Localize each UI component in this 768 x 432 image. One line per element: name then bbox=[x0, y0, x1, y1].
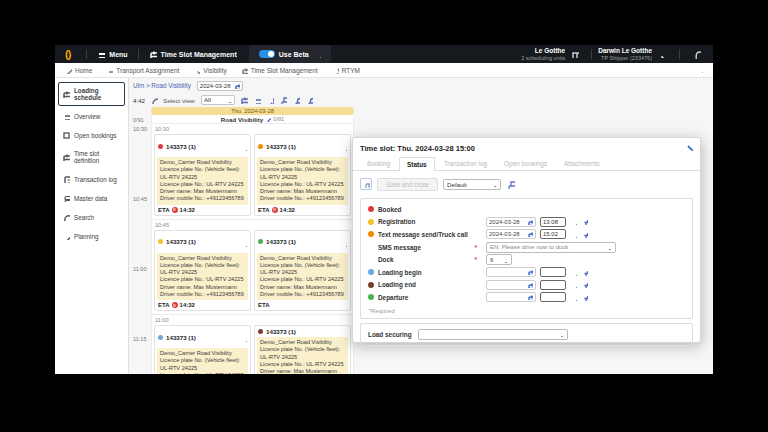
lock-icon[interactable] bbox=[292, 96, 300, 104]
sidebar-item-transaction-log[interactable]: Transaction log bbox=[58, 170, 125, 188]
breadcrumb-item[interactable]: Time Slot Management bbox=[241, 67, 318, 74]
template-select[interactable]: Default bbox=[443, 179, 501, 190]
date-input[interactable]: 2024-03-28 bbox=[486, 229, 536, 239]
load-securing-select[interactable] bbox=[418, 329, 568, 340]
breadcrumb-item[interactable]: Visibility bbox=[193, 67, 226, 74]
delete-icon[interactable] bbox=[581, 231, 588, 238]
use-beta-toggle[interactable] bbox=[259, 50, 275, 58]
sidebar-item-open-bookings[interactable]: Open bookings bbox=[58, 126, 125, 144]
time-input[interactable] bbox=[540, 267, 566, 277]
date-input[interactable]: 2024-03-28 bbox=[197, 81, 243, 91]
row-actions bbox=[570, 231, 588, 238]
tab-status[interactable]: Status bbox=[399, 157, 435, 171]
download-icon[interactable] bbox=[266, 96, 274, 104]
chevron-down-icon[interactable] bbox=[658, 51, 665, 58]
booking-card[interactable]: 143373 (1) Demo_Carrier Road VisibilityL… bbox=[154, 325, 251, 374]
date-input[interactable] bbox=[486, 280, 536, 290]
booking-card[interactable]: 143373 (1) Demo_Carrier Road VisibilityL… bbox=[154, 134, 251, 216]
date-input[interactable] bbox=[486, 292, 536, 302]
delete-icon[interactable] bbox=[581, 218, 588, 225]
status-dot bbox=[258, 329, 263, 334]
calendar-view-icon[interactable] bbox=[240, 96, 248, 104]
print-icon[interactable] bbox=[279, 96, 287, 104]
calendar-icon bbox=[527, 282, 533, 288]
brand-logo[interactable]: () bbox=[55, 48, 80, 60]
booking-save-icon[interactable] bbox=[360, 178, 372, 190]
main-content: Ulm > Road Visibility 2024-03-28 4:42 Se… bbox=[129, 78, 713, 374]
status-dot bbox=[368, 282, 374, 288]
status-dot bbox=[158, 335, 163, 340]
edit-icon[interactable] bbox=[570, 231, 577, 238]
booking-number: 143373 (1) bbox=[166, 143, 196, 150]
user-role: TP Shipper (233476) bbox=[601, 55, 652, 61]
breadcrumb-item[interactable]: Home bbox=[65, 67, 92, 74]
delete-icon[interactable] bbox=[581, 269, 588, 276]
tab-open-bookings[interactable]: Open bookings bbox=[496, 156, 555, 170]
edit-icon[interactable] bbox=[240, 137, 247, 155]
row-select[interactable]: 6 bbox=[486, 254, 512, 265]
user-info[interactable]: Darwin Le Gotthe TP Shipper (233476) bbox=[598, 47, 652, 61]
view-select[interactable]: All bbox=[201, 95, 235, 105]
menu-button[interactable]: Menu bbox=[93, 50, 131, 58]
time-input[interactable]: 15:02 bbox=[540, 229, 566, 239]
status-dot bbox=[368, 269, 374, 275]
time-input[interactable] bbox=[540, 280, 566, 290]
edit-icon[interactable] bbox=[570, 281, 577, 288]
edit-icon[interactable] bbox=[696, 66, 703, 74]
tab-attachments[interactable]: Attachments bbox=[556, 156, 608, 170]
location-link[interactable]: Ulm > Road Visibility bbox=[133, 82, 191, 89]
chevron-down-icon bbox=[606, 244, 612, 250]
scheduling-units-icon[interactable] bbox=[571, 50, 579, 58]
booking-card[interactable]: 143373 (1) Demo_Carrier Road VisibilityL… bbox=[154, 230, 251, 312]
breadcrumb-item[interactable]: RTYM bbox=[332, 67, 360, 74]
edit-icon[interactable] bbox=[240, 233, 247, 251]
time-input[interactable] bbox=[540, 292, 566, 302]
list-view-icon[interactable] bbox=[253, 96, 261, 104]
calendar-icon bbox=[241, 67, 248, 74]
chevron-down-icon bbox=[502, 257, 508, 263]
sidebar-item-search[interactable]: Search bbox=[58, 208, 125, 226]
booking-card[interactable]: 143373 (1) Demo_Carrier Road VisibilityL… bbox=[254, 325, 351, 374]
day-pill[interactable]: Thu. 2024-03-28 bbox=[151, 107, 354, 115]
bell-icon[interactable] bbox=[692, 50, 701, 59]
breadcrumb-item[interactable]: Transport Assignment bbox=[106, 67, 179, 74]
save-and-close-button[interactable]: Save and close bbox=[377, 178, 438, 191]
booking-card[interactable]: 143373 (1) Demo_Carrier Road VisibilityL… bbox=[254, 134, 351, 216]
org-name: Le Gotthe bbox=[535, 47, 565, 54]
sidebar-item-overview[interactable]: Overview bbox=[58, 107, 125, 125]
time-input[interactable]: 13:08 bbox=[540, 217, 566, 227]
refresh-icon[interactable] bbox=[150, 96, 158, 104]
tab-booking[interactable]: Booking bbox=[359, 156, 398, 170]
edit-icon[interactable] bbox=[570, 294, 577, 301]
info-icon[interactable] bbox=[265, 116, 271, 122]
edit-icon[interactable] bbox=[240, 328, 247, 346]
load-securing-panel: Load securing bbox=[360, 323, 693, 346]
status-row: Departure* bbox=[368, 291, 685, 304]
tab-transaction-log[interactable]: Transaction log bbox=[436, 156, 495, 170]
schedule-toolbar-2: 4:42 Select view: All bbox=[129, 93, 713, 107]
unlock-icon[interactable] bbox=[305, 96, 313, 104]
edit-icon[interactable] bbox=[570, 269, 577, 276]
edit-icon[interactable] bbox=[340, 233, 347, 251]
app-bar: () Menu Time Slot Management Use Beta Le… bbox=[55, 45, 713, 63]
divider bbox=[679, 49, 680, 59]
booking-card[interactable]: 143373 (1) Demo_Carrier Road VisibilityL… bbox=[254, 230, 351, 312]
list-icon bbox=[62, 112, 70, 120]
load-securing-label: Load securing bbox=[368, 331, 412, 338]
close-icon[interactable] bbox=[685, 143, 693, 153]
delete-icon[interactable] bbox=[581, 294, 588, 301]
sidebar-item-time-slot-definition[interactable]: Time slot definition bbox=[58, 145, 125, 169]
edit-icon[interactable] bbox=[340, 137, 347, 155]
sidebar-item-planning[interactable]: Planning bbox=[58, 227, 125, 245]
delete-icon[interactable] bbox=[581, 281, 588, 288]
date-input[interactable] bbox=[486, 267, 536, 277]
edit-icon[interactable] bbox=[570, 218, 577, 225]
row-select[interactable]: EN: Please drive now to dock bbox=[486, 242, 616, 253]
anchor-icon bbox=[332, 67, 339, 74]
date-input[interactable]: 2024-03-28 bbox=[486, 217, 536, 227]
print-icon[interactable] bbox=[506, 175, 515, 193]
sidebar-item-master-data[interactable]: Master data bbox=[58, 189, 125, 207]
home-icon bbox=[65, 67, 72, 74]
gutter-count: 0/91 bbox=[133, 117, 144, 123]
sidebar-item-loading-schedule[interactable]: Loading schedule bbox=[58, 82, 125, 106]
